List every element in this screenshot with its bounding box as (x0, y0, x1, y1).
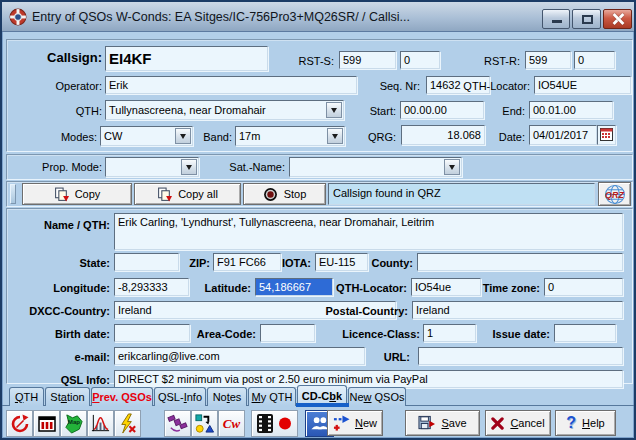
details-qth-locator-input[interactable]: IO54ue (411, 278, 481, 296)
new-button[interactable]: New (327, 410, 383, 436)
rst-s-nr-input[interactable]: 0 (400, 51, 440, 69)
toolbar-grip[interactable] (10, 184, 16, 204)
stop-button-label: Stop (284, 188, 307, 200)
qth-locator-input[interactable]: IO54UE (534, 76, 631, 94)
callsign-input[interactable]: EI4KF (105, 46, 268, 71)
help-question-icon: ? (566, 414, 576, 432)
tab-my-qth[interactable]: My QTH (248, 387, 296, 406)
rst-s-label: RST-S: (282, 54, 334, 68)
qrz-globe-icon: QRZ (602, 184, 628, 205)
url-input[interactable] (418, 347, 623, 365)
maximize-icon (582, 15, 593, 24)
window-title: Entry of QSOs W-Conds: EA Sitges/IC-756P… (32, 2, 410, 32)
maximize-button[interactable] (572, 9, 601, 29)
qth-locator-label: QTH-Locator: (448, 79, 530, 93)
start-label: Start: (360, 104, 396, 118)
statistics-button[interactable] (87, 410, 114, 437)
rst-r-input[interactable]: 599 (525, 51, 571, 69)
tab-qsl-info[interactable]: QSL-Info (154, 387, 206, 406)
record-button[interactable] (251, 410, 298, 437)
qth-dropdown-button[interactable] (326, 102, 342, 118)
minimize-button[interactable] (542, 9, 570, 29)
save-button[interactable]: Save (405, 410, 480, 436)
map-button[interactable]: Map (60, 410, 87, 437)
name-qth-input[interactable]: Erik Carling, 'Lyndhurst', Tullynascreen… (114, 213, 623, 250)
cancel-button[interactable]: Cancel (485, 410, 551, 436)
prop-mode-label: Prop. Mode: (20, 160, 102, 174)
help-button-label: Help (582, 417, 605, 429)
copy-all-button[interactable]: Copy all (134, 183, 241, 205)
area-code-label: Area-Code: (194, 327, 256, 341)
end-input[interactable]: 00.01.00 (529, 101, 613, 119)
issue-date-input[interactable] (554, 324, 616, 342)
time-zone-input[interactable]: 0 (544, 278, 623, 296)
area-code-input[interactable] (260, 324, 315, 342)
qrg-label: QRG: (360, 130, 396, 144)
modes-dropdown[interactable]: CW (100, 126, 193, 146)
cw-keyer-button[interactable]: Cw (218, 410, 245, 437)
end-label: End: (490, 104, 525, 118)
issue-date-label: Issue date: (490, 327, 550, 341)
tab-station[interactable]: Station (45, 387, 90, 406)
help-button[interactable]: ? Help (555, 410, 616, 436)
iota-label: IOTA: (280, 256, 311, 270)
rotator-icon (10, 414, 30, 434)
prop-mode-dropdown[interactable] (105, 157, 199, 177)
stop-button[interactable]: Stop (243, 183, 326, 205)
operator-input[interactable]: Erik (105, 76, 357, 94)
latitude-label: Latitude: (200, 281, 251, 295)
qrz-button[interactable]: QRZ (598, 182, 631, 206)
calendar-icon (600, 128, 613, 141)
transfer-button[interactable] (191, 410, 218, 437)
start-input[interactable]: 00.00.00 (400, 101, 484, 119)
alert-button[interactable] (114, 410, 141, 437)
sat-name-dropdown-button[interactable] (444, 159, 460, 175)
date-input[interactable]: 04/01/2017 (529, 125, 597, 145)
chevron-down-icon (449, 165, 455, 173)
zip-input[interactable]: F91 FC66 (213, 253, 281, 271)
rotator-button[interactable] (6, 410, 33, 437)
time-zone-label: Time zone: (478, 281, 540, 295)
band-dropdown-button[interactable] (327, 128, 343, 144)
modes-dropdown-button[interactable] (175, 128, 191, 144)
state-input[interactable] (114, 253, 179, 271)
logbook-icon (37, 414, 57, 434)
sat-name-dropdown[interactable] (289, 157, 462, 177)
iota-input[interactable]: EU-115 (315, 253, 368, 271)
new-icon (333, 415, 350, 431)
date-picker-button[interactable] (597, 125, 616, 145)
band-dropdown[interactable]: 17m (235, 126, 345, 146)
logbook-button[interactable] (33, 410, 60, 437)
latitude-input[interactable]: 54,186667 (255, 278, 333, 296)
tab-prev-qsos[interactable]: Prev. QSOs (91, 387, 153, 406)
birth-date-input[interactable] (114, 324, 190, 342)
chevron-down-icon (331, 108, 337, 116)
copy-button[interactable]: Copy (22, 183, 132, 205)
tab-notes[interactable]: Notes (207, 387, 247, 406)
postal-country-input[interactable]: Ireland (412, 301, 623, 319)
title-bar[interactable]: Entry of QSOs W-Conds: EA Sitges/IC-756P… (2, 2, 634, 32)
statistics-icon (90, 413, 111, 434)
state-label: State: (42, 256, 110, 270)
satellite-button[interactable] (164, 410, 191, 437)
tab-new-qsos[interactable]: New QSOs (348, 387, 406, 406)
qrg-input[interactable]: 18.068 (401, 125, 485, 145)
email-label: e-mail: (60, 350, 110, 364)
close-button[interactable] (603, 9, 632, 29)
email-input[interactable]: erikcarling@live.com (114, 347, 365, 365)
transfer-shapes-icon (194, 413, 215, 434)
copy-all-icon (157, 187, 172, 202)
rst-r-nr-input[interactable]: 0 (574, 51, 615, 69)
rst-s-input[interactable]: 599 (339, 51, 396, 69)
licence-class-input[interactable]: 1 (423, 324, 476, 342)
date-label: Date: (490, 130, 525, 144)
qsl-info-input[interactable]: DIRECT $2 minimum via post or 2.50 euro … (114, 370, 623, 388)
chevron-down-icon (332, 134, 338, 142)
qth-dropdown[interactable]: Tullynascreena, near Dromahair (105, 100, 344, 120)
modes-dropdown-value: CW (104, 130, 122, 142)
tab-qth[interactable]: QTH (9, 387, 44, 406)
longitude-input[interactable]: -8,293333 (114, 278, 189, 296)
prop-mode-dropdown-button[interactable] (181, 159, 197, 175)
county-input[interactable] (417, 253, 623, 271)
operator-label: Operator: (32, 79, 102, 93)
